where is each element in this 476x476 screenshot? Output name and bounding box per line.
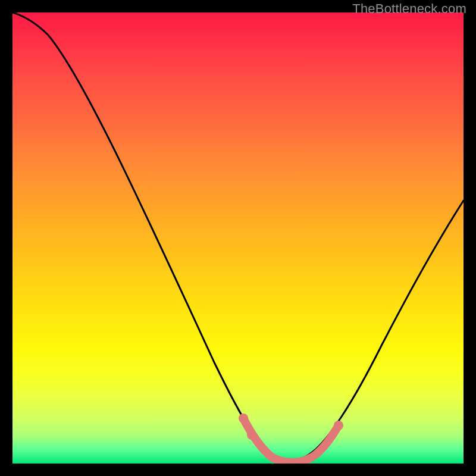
svg-point-1 — [247, 430, 256, 440]
watermark-text: TheBottleneck.com — [352, 1, 466, 17]
bottleneck-plot — [12, 12, 464, 464]
svg-point-2 — [334, 421, 343, 430]
bottleneck-curve-path — [12, 12, 464, 461]
chart-area — [12, 12, 464, 464]
optimal-band-highlight — [243, 418, 339, 462]
svg-point-0 — [239, 414, 248, 423]
